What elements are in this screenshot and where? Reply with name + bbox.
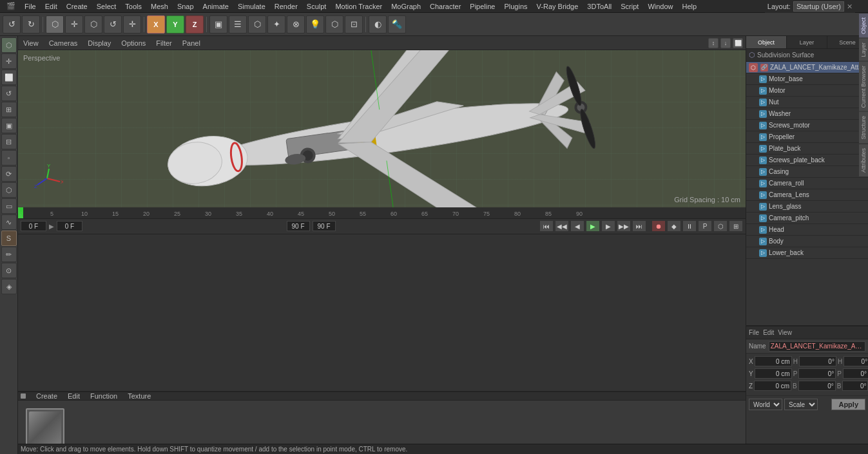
vp-options-menu[interactable]: Options (119, 39, 148, 47)
nurbs-tool-button[interactable]: ⬡ (248, 15, 266, 33)
tree-item-motor-base[interactable]: ▷ Motor_base (746, 73, 868, 85)
autokey-button[interactable]: ⬡ (713, 220, 728, 232)
h-input[interactable] (844, 356, 868, 366)
menu-item-motion-tracker[interactable]: Motion Tracker (331, 1, 386, 12)
vp-filter-menu[interactable]: Filter (153, 39, 174, 47)
vp-icon-arrow[interactable]: ↓ (720, 38, 731, 48)
menu-item-pipeline[interactable]: Pipeline (466, 1, 499, 12)
layout-close[interactable]: ✕ (847, 3, 853, 11)
mat-edit-menu[interactable]: Edit (65, 392, 82, 400)
menu-item-select[interactable]: Select (93, 1, 121, 12)
left-icon-sculpt[interactable]: S (1, 231, 17, 246)
rotate-tool-button[interactable]: ↺ (104, 15, 122, 33)
vp-display-menu[interactable]: Display (85, 39, 113, 47)
3d-viewport[interactable]: Perspective Grid Spacing : 10 cm (18, 50, 746, 207)
left-icon-cursor[interactable]: ⬡ (1, 37, 17, 53)
vp-icon-move[interactable]: ↕ (708, 38, 719, 48)
left-icon-transform[interactable]: ⊞ (1, 102, 17, 117)
vtab-current-browser[interactable]: Current Browser (859, 61, 868, 112)
menu-item-tools[interactable]: Tools (121, 1, 146, 12)
vp-cameras-menu[interactable]: Cameras (46, 39, 81, 47)
tree-item-camera-lens[interactable]: ▷ Camera_Lens (746, 189, 868, 201)
floor-tool-button[interactable]: 🔦 (388, 15, 406, 33)
frame-start-input[interactable] (287, 221, 310, 231)
select-tool-button[interactable]: ⬡ (46, 15, 64, 33)
menu-item-3dtoall[interactable]: 3DToAll (583, 1, 615, 12)
menu-item-snap[interactable]: Snap (173, 1, 198, 12)
menu-item-mograph[interactable]: MoGraph (387, 1, 425, 12)
tree-item-camera-roll[interactable]: ▷ Camera_roll (746, 178, 868, 189)
tree-item-plate-back[interactable]: ▷ Plate_back (746, 143, 868, 155)
keyframe-button[interactable]: ◆ (667, 220, 681, 232)
name-value[interactable]: ZALA_LANCET_Kamikaze_Attack_Dr (769, 341, 865, 352)
menu-item-animate[interactable]: Animate (199, 1, 233, 12)
left-icon-smooth[interactable]: ⊙ (1, 263, 17, 278)
z-axis-button[interactable]: Z (186, 15, 204, 33)
prev-frame-button[interactable]: ◀ (570, 220, 584, 232)
menu-item-help[interactable]: Help (679, 1, 701, 12)
light-tool-button[interactable]: 💡 (306, 15, 324, 33)
vtab-structure[interactable]: Structure (859, 111, 868, 144)
vp-panel-menu[interactable]: Panel (180, 39, 203, 47)
menu-item-create[interactable]: Create (63, 1, 92, 12)
x-rot-input[interactable] (799, 356, 836, 366)
left-icon-scale[interactable]: ⬜ (1, 70, 17, 85)
menu-item-simulate[interactable]: Simulate (234, 1, 269, 12)
tree-item-motor[interactable]: ▷ Motor (746, 85, 868, 97)
transform-tool-button[interactable]: ✛ (123, 15, 141, 33)
menu-item-vray-bridge[interactable]: V-Ray Bridge (533, 1, 583, 12)
menu-item-character[interactable]: Character (426, 1, 465, 12)
frame-value-input[interactable] (57, 221, 82, 231)
vtab-layer[interactable]: Layer (859, 38, 868, 61)
left-icon-move[interactable]: ✛ (1, 53, 17, 69)
apply-button[interactable]: Apply (831, 399, 865, 410)
left-icon-live[interactable]: ⬡ (1, 182, 17, 198)
left-icon-lasso[interactable]: ∿ (1, 214, 17, 230)
cube-tool-button[interactable]: ▣ (209, 15, 227, 33)
attr-file-menu[interactable]: File (749, 329, 759, 336)
record-button[interactable]: ⏺ (651, 220, 666, 232)
left-icon-loop[interactable]: ⟳ (1, 166, 17, 182)
z-rot-input[interactable] (798, 381, 836, 391)
world-mode-select[interactable]: World (749, 399, 782, 410)
tab-object[interactable]: Object (746, 36, 787, 48)
vtab-attributes[interactable]: Attributes (859, 144, 868, 176)
camera-tool-button[interactable]: ⊗ (287, 15, 305, 33)
tab-layer[interactable]: Layer (787, 36, 827, 48)
tree-item-body[interactable]: ▷ Body (746, 236, 868, 247)
menu-item-window[interactable]: Window (644, 1, 677, 12)
material-slot-attack[interactable]: Attack_d (26, 408, 64, 447)
y-rot-input[interactable] (798, 368, 836, 379)
tree-item-lower-back[interactable]: ▷ Lower_back (746, 247, 868, 259)
undo-button[interactable]: ↺ (3, 15, 21, 33)
x-pos-input[interactable] (755, 356, 792, 366)
render-tool-button[interactable]: ⬡ (325, 15, 343, 33)
menu-item-plugins[interactable]: Plugins (500, 1, 531, 12)
next-frame-button[interactable]: ▶ (601, 220, 615, 232)
y-pos-input[interactable] (755, 368, 792, 379)
spline-tool-button[interactable]: ☰ (229, 15, 247, 33)
tree-item-screws-plate-back[interactable]: ▷ Screws_plate_back (746, 155, 868, 166)
texture-tool-button[interactable]: ◐ (369, 15, 387, 33)
mat-texture-menu[interactable]: Texture (125, 392, 153, 400)
left-icon-material[interactable]: ◈ (1, 279, 17, 294)
mat-create-menu[interactable]: Create (34, 392, 60, 400)
tree-item-washer[interactable]: ▷ Washer (746, 108, 868, 120)
motion-mode-button[interactable]: ⏸ (682, 220, 697, 232)
x-axis-button[interactable]: X (147, 15, 165, 33)
left-icon-poly[interactable]: ▣ (1, 118, 17, 133)
frame-end-input[interactable] (313, 221, 336, 231)
prev-key-button[interactable]: ◀◀ (555, 220, 569, 232)
left-icon-rotate[interactable]: ↺ (1, 86, 17, 101)
vp-view-menu[interactable]: View (21, 39, 41, 47)
left-icon-point[interactable]: ◦ (1, 150, 17, 166)
tree-item-propeller[interactable]: ▷ Propeller (746, 131, 868, 143)
vp-icon-max[interactable]: ⬜ (733, 38, 743, 48)
scale-mode-select[interactable]: Scale (784, 399, 818, 410)
left-icon-rect[interactable]: ▭ (1, 198, 17, 214)
y-axis-button[interactable]: Y (166, 15, 184, 33)
edit-tool-button[interactable]: ⊡ (345, 15, 363, 33)
timeline-expand-button[interactable]: ⊞ (729, 220, 743, 232)
tree-item-lens-glass[interactable]: ▷ Lens_glass (746, 201, 868, 213)
attr-edit-menu[interactable]: Edit (763, 329, 774, 336)
